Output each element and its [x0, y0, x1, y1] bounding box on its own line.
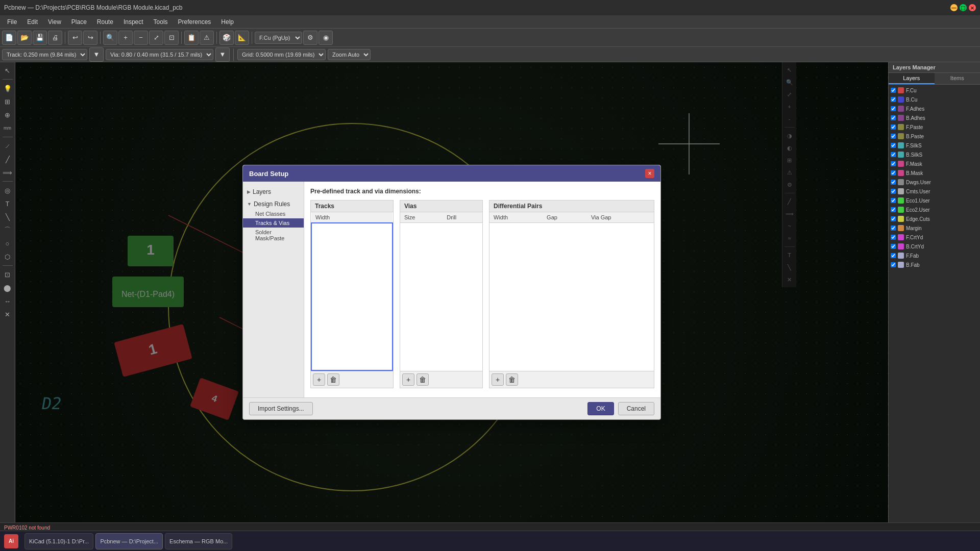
zoom-in-button[interactable]: +	[118, 31, 133, 45]
layer-visibility-checkbox[interactable]	[891, 152, 896, 157]
layer-item-f-adhes[interactable]: F.Adhes	[889, 104, 980, 113]
dialog-close-button[interactable]: ×	[645, 169, 654, 178]
tracks-width-cell[interactable]	[311, 223, 393, 370]
via-size-select[interactable]: Via: 0.80 / 0.40 mm (31.5 / 15.7 mils)	[106, 49, 213, 60]
minimize-button[interactable]: ─	[950, 4, 958, 11]
layer-visibility-checkbox[interactable]	[891, 244, 896, 249]
close-button[interactable]: ×	[969, 4, 976, 11]
save-button[interactable]: 💾	[33, 31, 47, 45]
track-width-options-button[interactable]: ▼	[89, 47, 104, 62]
menu-place[interactable]: Place	[66, 15, 92, 28]
layer-visibility-checkbox[interactable]	[891, 189, 896, 194]
measure-button[interactable]: ↔	[2, 295, 14, 307]
add-text-button[interactable]: T	[2, 197, 14, 210]
menu-file[interactable]: File	[2, 15, 22, 28]
layer-item-f-silks[interactable]: F.SilkS	[889, 141, 980, 150]
layer-item-b-crtyd[interactable]: B.CrtYd	[889, 242, 980, 251]
layer-visibility-checkbox[interactable]	[891, 226, 896, 231]
layer-item-f-crtyd[interactable]: F.CrtYd	[889, 233, 980, 242]
add-footprint-button[interactable]: ⊡	[2, 268, 14, 281]
layer-item-eco2-user[interactable]: Eco2.User	[889, 205, 980, 214]
new-button[interactable]: 📄	[2, 31, 16, 45]
start-button[interactable]: Ai	[4, 534, 18, 548]
add-via-button[interactable]: ◎	[2, 184, 14, 196]
nav-item-net-classes[interactable]: Net Classes	[243, 209, 304, 218]
undo-button[interactable]: ↩	[68, 31, 82, 45]
diff-delete-button[interactable]: 🗑	[506, 373, 518, 386]
taskbar-kicad[interactable]: KiCad (5.1.10)-1 D:\Pr...	[24, 533, 93, 549]
layer-visibility-checkbox[interactable]	[891, 180, 896, 185]
zoom-area-button[interactable]: ⊡	[164, 31, 179, 45]
zoom-fit-button[interactable]: ⤢	[149, 31, 163, 45]
table-row[interactable]	[311, 223, 393, 370]
menu-help[interactable]: Help	[216, 15, 239, 28]
search-button[interactable]: 🔍	[103, 31, 117, 45]
layer-item-b-paste[interactable]: B.Paste	[889, 132, 980, 141]
layer-item-b-fab[interactable]: B.Fab	[889, 260, 980, 269]
nav-layers-header[interactable]: ▶ Layers	[243, 187, 304, 197]
tracks-width-input[interactable]	[316, 294, 388, 300]
nav-item-solder-mask[interactable]: Solder Mask/Paste	[243, 228, 304, 243]
menu-tools[interactable]: Tools	[149, 15, 173, 28]
tracks-delete-button[interactable]: 🗑	[327, 373, 339, 386]
maximize-button[interactable]: □	[960, 4, 967, 11]
layer-visibility-checkbox[interactable]	[891, 115, 896, 120]
pad-settings-button[interactable]: ◉	[318, 31, 333, 45]
drc-button[interactable]: ⚠	[200, 31, 214, 45]
add-line-button[interactable]: ╲	[2, 211, 14, 223]
taskbar-eschema[interactable]: Eschema — RGB Mo...	[165, 533, 232, 549]
layer-item-dwgs-user[interactable]: Dwgs.User	[889, 178, 980, 187]
select-tool-button[interactable]: ↖	[2, 64, 14, 77]
vias-add-button[interactable]: +	[402, 373, 414, 386]
layer-visibility-checkbox[interactable]	[891, 106, 896, 111]
nav-design-rules-header[interactable]: ▼ Design Rules	[243, 199, 304, 209]
nav-item-tracks-vias[interactable]: Tracks & Vias	[243, 218, 304, 228]
track-width-select[interactable]: Track: 0.250 mm (9.84 mils)	[2, 49, 87, 60]
layer-visibility-checkbox[interactable]	[891, 253, 896, 258]
tab-layers[interactable]: Layers	[889, 73, 935, 84]
tracks-add-button[interactable]: +	[313, 373, 325, 386]
layer-item-margin[interactable]: Margin	[889, 223, 980, 233]
redo-button[interactable]: ↪	[83, 31, 97, 45]
layer-item-f-mask[interactable]: F.Mask	[889, 159, 980, 168]
layer-visibility-checkbox[interactable]	[891, 216, 896, 221]
menu-route[interactable]: Route	[92, 15, 118, 28]
tab-items[interactable]: Items	[935, 73, 981, 84]
diff-add-button[interactable]: +	[492, 373, 504, 386]
layer-visibility-checkbox[interactable]	[891, 124, 896, 130]
layer-visibility-checkbox[interactable]	[891, 161, 896, 166]
highlight-net-button[interactable]: 💡	[2, 82, 14, 94]
3d-view-button[interactable]: 🎲	[219, 31, 234, 45]
layer-item-b-silks[interactable]: B.SilkS	[889, 150, 980, 159]
add-polygon-button[interactable]: ⬡	[2, 251, 14, 263]
layer-item-eco1-user[interactable]: Eco1.User	[889, 196, 980, 205]
print-button[interactable]: 🖨	[48, 31, 62, 45]
menu-view[interactable]: View	[43, 15, 66, 28]
track-tool-button[interactable]: ⟋	[2, 140, 14, 152]
add-arc-button[interactable]: ⌒	[2, 224, 14, 236]
import-settings-button[interactable]: Import Settings...	[249, 402, 313, 415]
menu-preferences[interactable]: Preferences	[173, 15, 216, 28]
menu-edit[interactable]: Edit	[22, 15, 43, 28]
layer-item-f-fab[interactable]: F.Fab	[889, 251, 980, 260]
zoom-out-button[interactable]: −	[134, 31, 148, 45]
taskbar-pcbnew[interactable]: Pcbnew — D:\Project...	[95, 533, 163, 549]
route-button[interactable]: ╱	[2, 153, 14, 165]
layer-visibility-checkbox[interactable]	[891, 262, 896, 267]
layer-visibility-checkbox[interactable]	[891, 170, 896, 176]
layer-item-f-cu[interactable]: F.Cu	[889, 86, 980, 95]
grid-select[interactable]: Grid: 0.5000 mm (19.69 mils)	[237, 49, 326, 60]
layer-item-b-adhes[interactable]: B.Adhes	[889, 113, 980, 122]
ok-button[interactable]: OK	[587, 402, 614, 415]
netlist-button[interactable]: 📋	[184, 31, 199, 45]
gerber-button[interactable]: 📐	[235, 31, 249, 45]
layer-visibility-checkbox[interactable]	[891, 198, 896, 203]
layer-item-f-paste[interactable]: F.Paste	[889, 122, 980, 132]
layer-visibility-checkbox[interactable]	[891, 143, 896, 148]
add-circle-button[interactable]: ○	[2, 237, 14, 249]
layer-visibility-checkbox[interactable]	[891, 88, 896, 93]
layer-visibility-checkbox[interactable]	[891, 235, 896, 240]
layer-item-b-cu[interactable]: B.Cu	[889, 95, 980, 104]
layer-visibility-checkbox[interactable]	[891, 97, 896, 102]
pad-button[interactable]: ⬤	[2, 282, 14, 294]
